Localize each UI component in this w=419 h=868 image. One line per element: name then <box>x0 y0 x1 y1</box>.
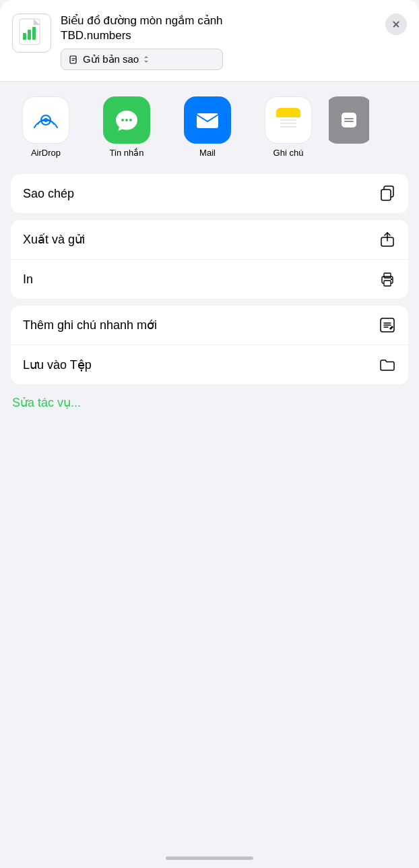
airdrop-icon <box>22 96 69 144</box>
svg-rect-3 <box>32 27 36 40</box>
folder-icon <box>379 356 396 374</box>
app-row: AirDrop Tin nhắn <box>0 92 419 162</box>
copy-action[interactable]: Sao chép <box>11 174 408 213</box>
file-icon <box>12 13 51 53</box>
notes-label: Ghi chú <box>273 148 304 158</box>
messages-icon <box>103 96 150 144</box>
share-header: Biểu đồ đường mòn ngắm cảnh TBD.numbers … <box>0 0 419 82</box>
svg-point-27 <box>391 279 392 280</box>
svg-point-7 <box>121 119 124 121</box>
app-item-messages[interactable]: Tin nhắn <box>86 92 167 162</box>
savefile-action[interactable]: Lưu vào Tệp <box>11 345 408 384</box>
app-item-mail[interactable]: Mail <box>167 92 248 162</box>
messages-label: Tin nhắn <box>110 148 144 158</box>
export-icon <box>379 231 396 248</box>
svg-rect-22 <box>381 190 391 200</box>
chevron-updown-icon <box>143 55 150 63</box>
quicknote-action[interactable]: Thêm ghi chú nhanh mới <box>11 306 408 345</box>
edit-tasks-section: Sửa tác vụ... <box>0 384 419 415</box>
mail-icon <box>184 96 231 144</box>
action-group-2: Xuất và gửi In <box>11 220 408 299</box>
svg-rect-26 <box>384 273 391 278</box>
send-copy-button[interactable]: Gửi bản sao <box>61 49 223 70</box>
quicknote-icon <box>379 316 396 334</box>
svg-rect-25 <box>384 281 391 286</box>
action-group-1: Sao chép <box>11 174 408 213</box>
more-icon <box>329 96 369 144</box>
svg-rect-4 <box>70 56 76 63</box>
action-group-3: Thêm ghi chú nhanh mới Lưu vào Tệp <box>11 306 408 384</box>
header-left: Biểu đồ đường mòn ngắm cảnh TBD.numbers … <box>12 13 379 70</box>
export-action[interactable]: Xuất và gửi <box>11 220 408 260</box>
app-item-more[interactable] <box>329 92 369 162</box>
copy-icon <box>379 185 396 202</box>
svg-rect-2 <box>28 30 31 40</box>
svg-rect-1 <box>23 33 26 40</box>
print-action[interactable]: In <box>11 260 408 299</box>
app-row-section: AirDrop Tin nhắn <box>0 82 419 169</box>
document-icon <box>69 55 79 64</box>
svg-point-9 <box>129 119 132 121</box>
svg-point-8 <box>125 119 128 121</box>
app-item-airdrop[interactable]: AirDrop <box>5 92 86 162</box>
header-info: Biểu đồ đường mòn ngắm cảnh TBD.numbers … <box>61 13 223 70</box>
actions-section: Sao chép Xuất và gửi <box>0 174 419 384</box>
svg-rect-19 <box>344 118 354 119</box>
mail-label: Mail <box>199 148 216 158</box>
file-title: Biểu đồ đường mòn ngắm cảnh TBD.numbers <box>61 13 223 43</box>
home-indicator <box>166 857 253 860</box>
svg-rect-14 <box>276 114 300 117</box>
svg-rect-20 <box>344 121 354 122</box>
share-sheet: Biểu đồ đường mòn ngắm cảnh TBD.numbers … <box>0 0 419 415</box>
edit-tasks-link[interactable]: Sửa tác vụ... <box>12 396 81 409</box>
print-icon <box>379 270 396 288</box>
notes-icon <box>265 96 312 144</box>
close-button[interactable] <box>385 13 407 35</box>
airdrop-label: AirDrop <box>31 148 61 158</box>
svg-point-6 <box>44 118 48 122</box>
app-item-notes[interactable]: Ghi chú <box>248 92 329 162</box>
svg-rect-18 <box>342 113 356 127</box>
